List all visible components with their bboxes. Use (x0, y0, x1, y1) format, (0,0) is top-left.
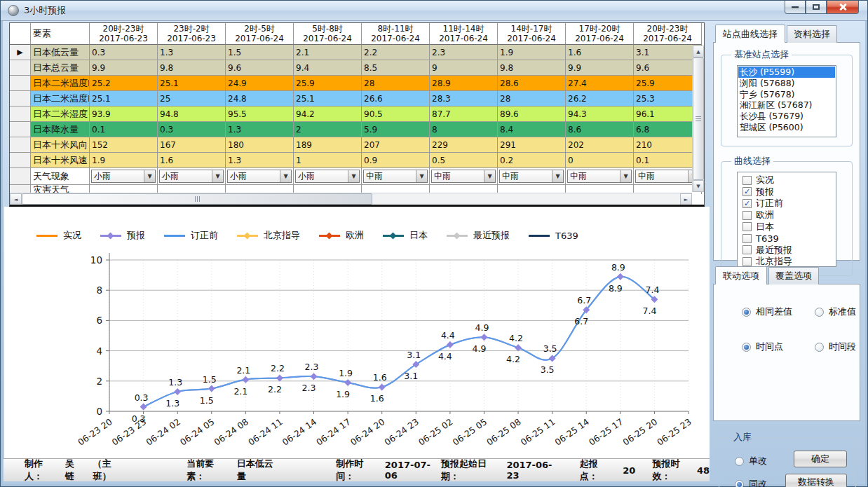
radio-option[interactable]: 时间点 (742, 341, 815, 353)
weather-select[interactable]: 中雨▼ (431, 170, 496, 183)
table-cell[interactable]: 8 (430, 122, 498, 137)
table-cell[interactable]: 8.5 (362, 60, 430, 76)
table-cell[interactable]: 2.3 (430, 45, 498, 60)
tab-link-options[interactable]: 联动选项 (715, 266, 767, 284)
table-cell[interactable]: 202 (566, 137, 634, 153)
table-cell[interactable]: 27.4 (566, 76, 634, 91)
table-cell[interactable]: 1 (294, 153, 362, 168)
table-cell[interactable]: 26.2 (566, 91, 634, 107)
chevron-down-icon[interactable]: ▼ (348, 170, 359, 182)
table-cell[interactable]: 89.6 (498, 107, 566, 122)
table-cell[interactable]: 26.6 (362, 91, 430, 107)
table-horizontal-scrollbar[interactable]: ◄ ► (10, 193, 692, 205)
table-cell[interactable]: 167 (158, 137, 226, 153)
row-selector[interactable] (10, 76, 31, 91)
table-cell[interactable]: 94.2 (294, 107, 362, 122)
forecast-chart-canvas[interactable]: 024681006-23 2006-23 2306-24 0206-24 050… (4, 243, 708, 455)
table-cell[interactable]: 25.1 (90, 91, 158, 107)
row-selector[interactable] (10, 60, 31, 76)
chevron-down-icon[interactable]: ▼ (280, 170, 291, 182)
scroll-down-icon[interactable]: ▼ (693, 180, 704, 192)
radio-option[interactable]: 标准值 (815, 306, 860, 318)
table-cell[interactable]: 0.1 (90, 122, 158, 137)
table-cell[interactable]: 8.4 (498, 122, 566, 137)
chevron-down-icon[interactable]: ▼ (212, 170, 223, 182)
weather-select[interactable]: 中雨▼ (635, 170, 700, 183)
table-vertical-scrollbar[interactable]: ▲ ▼ (692, 46, 704, 192)
table-cell[interactable]: 28 (362, 76, 430, 91)
confirm-button[interactable]: 确定 (794, 451, 847, 467)
row-selector[interactable] (10, 107, 31, 122)
table-cell[interactable]: 9.6 (226, 60, 294, 76)
row-selector[interactable] (10, 137, 31, 153)
curve-checkbox[interactable]: 北京指导 (742, 256, 834, 267)
table-cell[interactable]: 2.1 (294, 45, 362, 60)
table-cell[interactable]: 0.3 (90, 45, 158, 60)
chevron-down-icon[interactable]: ▼ (552, 170, 563, 182)
curve-checkbox[interactable]: ✓预报 (742, 186, 834, 198)
table-cell[interactable]: 229 (430, 137, 498, 153)
tab-station-curve-select[interactable]: 站点曲线选择 (715, 25, 785, 43)
tab-overlay-options[interactable]: 覆盖选项 (768, 267, 819, 284)
row-selector[interactable]: ▶ (10, 45, 31, 60)
table-cell[interactable]: 291 (498, 137, 566, 153)
table-cell[interactable]: 87.7 (430, 107, 498, 122)
table-cell[interactable]: 5.9 (362, 122, 430, 137)
table-cell[interactable]: 24.8 (226, 91, 294, 107)
weather-select[interactable]: 小雨▼ (91, 170, 156, 183)
curve-checkbox[interactable]: T639 (742, 233, 834, 245)
radio-option[interactable]: 相同差值 (742, 306, 815, 318)
table-cell[interactable]: 9.8 (498, 60, 566, 76)
table-cell[interactable]: 1.3 (226, 153, 294, 168)
table-cell[interactable]: 1.9 (498, 45, 566, 60)
table-cell[interactable]: 0 (566, 153, 634, 168)
station-item[interactable]: 宁乡 (57678) (738, 89, 835, 100)
curve-checkbox[interactable]: 欧洲 (742, 210, 834, 221)
weather-select[interactable]: 小雨▼ (227, 170, 292, 183)
table-cell[interactable]: 152 (90, 137, 158, 153)
scroll-left-icon[interactable]: ◄ (10, 193, 22, 205)
chevron-down-icon[interactable]: ▼ (416, 170, 427, 182)
close-button[interactable] (827, 1, 859, 14)
weather-select[interactable]: 中雨▼ (567, 170, 632, 183)
table-cell[interactable]: 90.5 (362, 107, 430, 122)
weather-select[interactable]: 中雨▼ (363, 170, 428, 183)
table-cell[interactable]: 1.6 (566, 45, 634, 60)
table-cell[interactable]: 1.6 (158, 153, 226, 168)
station-item[interactable]: 望城区 (P5600) (738, 122, 835, 133)
table-cell[interactable]: 1.3 (226, 122, 294, 137)
table-cell[interactable]: 28 (498, 91, 566, 107)
table-cell[interactable]: 1.5 (226, 45, 294, 60)
table-cell[interactable]: 9.9 (90, 60, 158, 76)
station-item[interactable]: 浏阳 (57688) (738, 78, 835, 89)
row-selector[interactable] (10, 153, 31, 168)
table-cell[interactable]: 93.9 (90, 107, 158, 122)
station-item[interactable]: 长沙 (P5599) (738, 67, 835, 78)
table-cell[interactable]: 2 (294, 122, 362, 137)
table-cell[interactable]: 94.3 (566, 107, 634, 122)
table-cell[interactable]: 28.9 (430, 76, 498, 91)
scroll-track[interactable] (372, 193, 680, 205)
minimize-button[interactable] (785, 1, 806, 14)
table-cell[interactable]: 28.6 (498, 76, 566, 91)
table-cell[interactable]: 9.9 (566, 60, 634, 76)
table-cell[interactable]: 0.2 (498, 153, 566, 168)
curve-checkbox[interactable]: ✓订正前 (742, 198, 834, 210)
curve-checkbox[interactable]: 日本 (742, 221, 834, 233)
table-cell[interactable]: 1.3 (158, 45, 226, 60)
chevron-down-icon[interactable]: ▼ (484, 170, 495, 182)
radio-option[interactable]: 时间段 (815, 341, 860, 353)
table-cell[interactable]: 0.9 (362, 153, 430, 168)
table-cell[interactable]: 25.2 (90, 76, 158, 91)
row-selector[interactable] (10, 168, 31, 185)
table-cell[interactable]: 189 (294, 137, 362, 153)
tab-data-select[interactable]: 资料选择 (787, 25, 837, 43)
radio-option[interactable]: 同改 (735, 478, 785, 487)
chevron-down-icon[interactable]: ▼ (144, 170, 155, 182)
curve-checkbox[interactable]: 最近预报 (742, 245, 834, 256)
table-cell[interactable]: 9.4 (294, 60, 362, 76)
weather-select[interactable]: 小雨▼ (295, 170, 360, 183)
scroll-up-icon[interactable]: ▲ (693, 46, 704, 57)
curve-checkbox[interactable]: 实况 (742, 174, 834, 186)
table-cell[interactable]: 207 (362, 137, 430, 153)
